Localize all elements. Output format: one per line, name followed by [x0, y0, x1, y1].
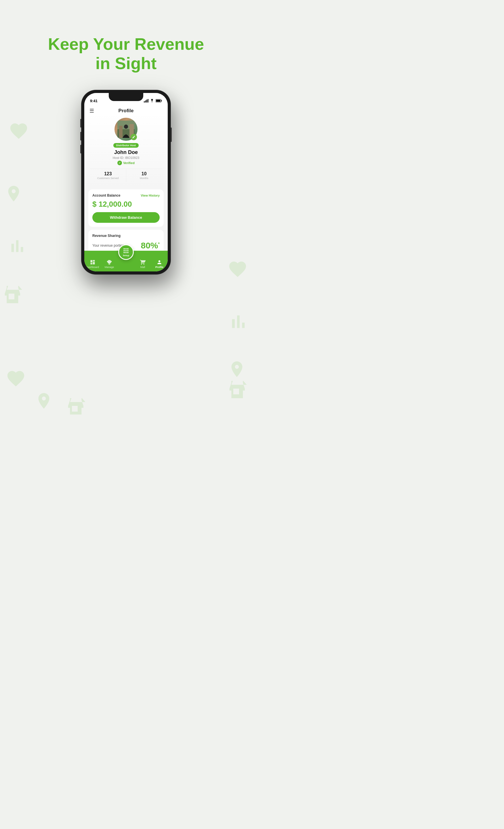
nav-item-dashboard[interactable]: Dashboard	[84, 259, 101, 269]
stat-months-value: 10	[126, 171, 162, 176]
svg-rect-7	[156, 100, 160, 102]
status-time: 9:41	[90, 99, 98, 103]
stat-months: 10 Months	[126, 169, 162, 182]
revenue-percent: 80%*	[141, 241, 160, 250]
page-title: Profile	[119, 108, 134, 114]
manage-icon	[107, 259, 112, 265]
setup-fab-label: Setup	[123, 254, 129, 257]
svg-rect-10	[119, 126, 122, 138]
svg-point-12	[124, 124, 128, 129]
dashboard-label: Dashboard	[86, 266, 99, 268]
distributor-badge: Distributor Host	[113, 143, 139, 148]
account-balance-card: Account Balance View History $ 12,000.00…	[88, 189, 164, 227]
svg-rect-1	[145, 101, 146, 103]
balance-amount: $ 12,000.00	[92, 200, 160, 209]
avatar-edit-button[interactable]	[130, 134, 137, 140]
view-history-link[interactable]: View History	[141, 194, 160, 197]
signal-icon	[144, 99, 148, 103]
profile-host-id: Host ID: IBO10923	[113, 156, 139, 159]
mall-icon	[140, 259, 146, 265]
profile-name: John Doe	[114, 149, 138, 155]
svg-rect-2	[146, 100, 147, 103]
scroll-content: Account Balance View History $ 12,000.00…	[84, 186, 168, 251]
asterisk: *	[158, 242, 160, 246]
manage-label: Manage	[105, 266, 114, 268]
headline-text: Keep Your Revenue in Sight	[48, 35, 204, 73]
balance-card-header: Account Balance View History	[92, 193, 160, 197]
svg-rect-0	[144, 101, 145, 103]
stat-customers-value: 123	[90, 171, 126, 176]
battery-icon	[156, 99, 162, 103]
svg-point-4	[152, 102, 152, 103]
svg-rect-3	[148, 99, 149, 103]
nav-item-profile[interactable]: Profile	[151, 259, 168, 269]
phone-outer-frame: 9:41	[81, 90, 170, 274]
svg-rect-6	[161, 100, 162, 102]
profile-hero: Distributor Host John Doe Host ID: IBO10…	[84, 114, 168, 186]
mall-label: Mall	[141, 266, 145, 268]
dashboard-icon	[90, 259, 95, 265]
phone-notch	[109, 93, 143, 101]
withdraw-balance-button[interactable]: Withdraw Balance	[92, 212, 160, 223]
headline: Keep Your Revenue in Sight	[48, 35, 204, 73]
verified-check-icon: ✓	[117, 160, 122, 165]
setup-fab-icon	[123, 248, 129, 254]
balance-label: Account Balance	[92, 193, 120, 197]
profile-label: Profile	[155, 266, 163, 268]
status-icons	[144, 99, 162, 103]
app-header: ☰ Profile	[84, 106, 168, 114]
bottom-navigation: Setup Dashboard Man	[84, 251, 168, 272]
stats-row: 123 Customers Served 10 Months	[90, 169, 162, 182]
phone-screen: 9:41	[84, 93, 168, 272]
revenue-portion-text: Your revenue portion	[92, 244, 124, 248]
nav-items: Dashboard Manage	[84, 259, 168, 269]
setup-fab-button[interactable]: Setup	[118, 244, 134, 260]
revenue-sharing-label: Revenue Sharing	[92, 234, 160, 238]
verified-badge: ✓ Verified	[117, 160, 134, 165]
nav-item-manage[interactable]: Manage	[101, 259, 118, 269]
stat-months-label: Months	[126, 177, 162, 180]
wifi-icon	[150, 99, 154, 103]
avatar-container	[115, 118, 138, 141]
stat-customers: 123 Customers Served	[90, 169, 126, 182]
verified-text: Verified	[123, 161, 134, 165]
nav-item-mall[interactable]: Mall	[134, 259, 151, 269]
phone-mockup: 9:41	[81, 90, 170, 274]
menu-icon[interactable]: ☰	[89, 108, 94, 114]
stat-customers-label: Customers Served	[90, 177, 126, 180]
edit-icon	[132, 135, 135, 139]
profile-icon	[156, 259, 162, 265]
